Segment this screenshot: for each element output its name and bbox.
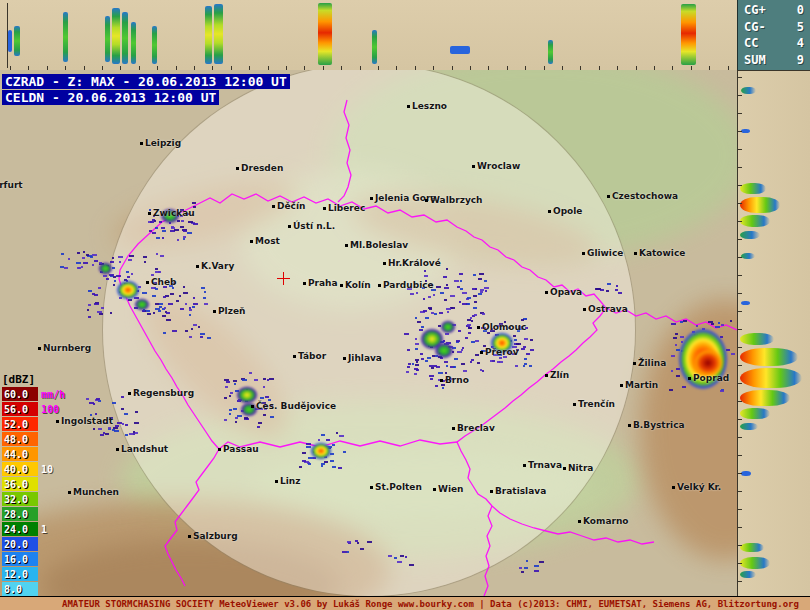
- city-dot-icon: [563, 467, 566, 470]
- city-marker: Liberec: [323, 203, 365, 213]
- axis-tick: [738, 455, 742, 456]
- city-name: Zlín: [550, 370, 569, 380]
- city-name: Landshut: [121, 444, 168, 454]
- city-dot-icon: [425, 199, 428, 202]
- dbz-row: 8.0: [2, 582, 65, 596]
- city-marker: Breclav: [452, 423, 495, 433]
- city-dot-icon: [340, 284, 343, 287]
- dbz-color-box: 28.0: [2, 507, 38, 521]
- dbz-color-box: 36.0: [2, 477, 38, 491]
- city-marker: Regensburg: [128, 388, 194, 398]
- city-marker: Děčín: [272, 201, 305, 211]
- city-dot-icon: [293, 355, 296, 358]
- profile-blob: [740, 333, 774, 345]
- city-layer: LesznoLeipzigDresdenWroclawErfurtCzestoc…: [0, 70, 737, 596]
- city-dot-icon: [68, 491, 71, 494]
- axis-tick: [738, 167, 742, 168]
- city-dot-icon: [433, 488, 436, 491]
- city-marker: Plzeň: [213, 306, 245, 316]
- profile-blob: [741, 253, 755, 259]
- city-marker: Wroclaw: [472, 161, 520, 171]
- profile-blob: [740, 543, 764, 552]
- profile-spike: [318, 3, 332, 65]
- city-marker: Ml.Boleslav: [345, 240, 408, 250]
- city-dot-icon: [688, 377, 691, 380]
- lightning-counter-label: CG+: [744, 3, 766, 17]
- radar-site-cross-icon: [277, 272, 290, 285]
- city-name: Martin: [625, 380, 658, 390]
- city-name: Bratislava: [495, 486, 546, 496]
- profile-blob: [740, 183, 766, 194]
- city-marker: Munchen: [68, 487, 119, 497]
- city-name: Plzeň: [218, 306, 245, 316]
- profile-spike: [122, 12, 128, 64]
- axis-tick: [738, 383, 742, 384]
- city-name: Leszno: [412, 101, 447, 111]
- city-dot-icon: [407, 105, 410, 108]
- city-marker: Leszno: [407, 101, 447, 111]
- profile-spike: [8, 30, 12, 52]
- city-name: Žilina: [638, 358, 666, 368]
- dbz-row: 28.0: [2, 507, 65, 521]
- city-dot-icon: [323, 207, 326, 210]
- city-name: Velký Kr.: [677, 482, 721, 492]
- dbz-row: 20.0: [2, 537, 65, 551]
- top-profile-panel: [0, 0, 737, 71]
- city-dot-icon: [188, 535, 191, 538]
- side-profile-panel: [737, 70, 810, 596]
- city-name: Komarno: [583, 516, 628, 526]
- city-name: St.Polten: [375, 482, 422, 492]
- dbz-row: 44.0: [2, 447, 65, 461]
- city-dot-icon: [128, 392, 131, 395]
- axis-tick: [738, 365, 742, 366]
- dbz-color-box: 16.0: [2, 552, 38, 566]
- profile-spike: [205, 6, 212, 64]
- city-dot-icon: [573, 403, 576, 406]
- axis-tick: [738, 149, 742, 150]
- axis-tick: [738, 131, 742, 132]
- city-name: Cheb: [151, 277, 177, 287]
- profile-spike: [14, 26, 20, 56]
- axis-tick: [738, 527, 742, 528]
- city-name: Walbrzych: [430, 195, 483, 205]
- dbz-color-box: 56.0: [2, 402, 38, 416]
- city-name: Wien: [438, 484, 464, 494]
- radar-map: LesznoLeipzigDresdenWroclawErfurtCzestoc…: [0, 70, 737, 596]
- dbz-row: 48.0: [2, 432, 65, 446]
- product-title-line1: CZRAD - Z: MAX - 20.06.2013 12:00 UT: [2, 74, 290, 89]
- city-name: Nitra: [568, 463, 593, 473]
- lightning-counter-row: SUM9: [738, 53, 810, 67]
- city-marker: Poprad: [688, 373, 729, 383]
- dbz-color-box: 8.0: [2, 582, 38, 596]
- city-dot-icon: [545, 374, 548, 377]
- city-name: Linz: [280, 476, 300, 486]
- dbz-row: 56.0100: [2, 402, 65, 416]
- city-name: Nurnberg: [43, 343, 91, 353]
- axis-tick: [738, 311, 742, 312]
- city-dot-icon: [440, 379, 443, 382]
- city-dot-icon: [213, 310, 216, 313]
- city-name: Přerov: [485, 347, 519, 357]
- axis-tick: [738, 401, 742, 402]
- profile-spike: [214, 4, 223, 64]
- city-name: Praha: [308, 278, 338, 288]
- dbz-row: 52.0: [2, 417, 65, 431]
- axis-tick: [738, 581, 742, 582]
- city-marker: B.Bystrica: [628, 420, 685, 430]
- city-marker: Trnava: [523, 460, 562, 470]
- city-name: Dresden: [241, 163, 283, 173]
- axis-tick: [738, 347, 742, 348]
- city-dot-icon: [370, 197, 373, 200]
- city-dot-icon: [275, 480, 278, 483]
- lightning-counter-label: CG-: [744, 20, 766, 34]
- city-name: Liberec: [328, 203, 365, 213]
- axis-tick: [738, 293, 742, 294]
- city-marker: Gliwice: [582, 248, 623, 258]
- dbz-row: 32.0: [2, 492, 65, 506]
- city-name: Wroclaw: [477, 161, 520, 171]
- city-dot-icon: [607, 195, 610, 198]
- dbz-rainrate-marker: mm/h: [41, 389, 65, 400]
- city-marker: Cheb: [146, 277, 177, 287]
- city-marker: Hr.Králové: [383, 258, 441, 268]
- city-marker: Kolín: [340, 280, 371, 290]
